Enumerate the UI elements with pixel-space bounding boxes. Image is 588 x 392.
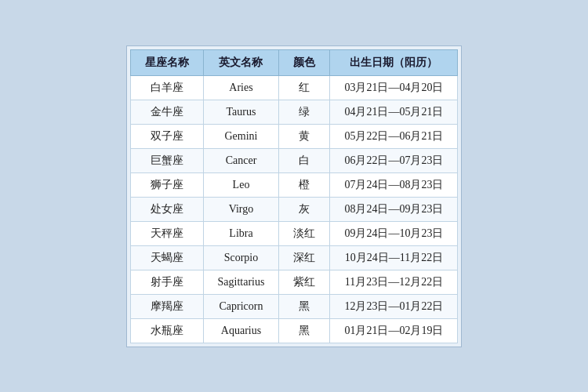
table-row: 摩羯座Capricorn黑12月23日—01月22日 [130, 294, 458, 318]
cell-dates: 04月21日—05月21日 [330, 100, 458, 124]
cell-color: 淡红 [279, 221, 330, 245]
cell-dates: 03月21日—04月20日 [330, 75, 458, 100]
cell-dates: 09月24日—10月23日 [330, 221, 458, 245]
cell-color: 紫红 [279, 270, 330, 294]
cell-chinese: 巨蟹座 [130, 148, 203, 172]
cell-dates: 11月23日—12月22日 [330, 270, 458, 294]
cell-chinese: 狮子座 [130, 172, 203, 197]
cell-dates: 05月22日—06月21日 [330, 124, 458, 148]
cell-chinese: 金牛座 [130, 100, 203, 124]
cell-chinese: 处女座 [130, 197, 203, 221]
table-row: 白羊座Aries红03月21日—04月20日 [130, 75, 458, 100]
table-row: 水瓶座Aquarius黑01月21日—02月19日 [130, 318, 458, 343]
cell-color: 黑 [279, 318, 330, 343]
cell-color: 白 [279, 148, 330, 172]
cell-chinese: 白羊座 [130, 75, 203, 100]
cell-color: 灰 [279, 197, 330, 221]
cell-dates: 01月21日—02月19日 [330, 318, 458, 343]
cell-color: 黄 [279, 124, 330, 148]
cell-chinese: 天蝎座 [130, 245, 203, 270]
col-header-chinese: 星座名称 [130, 49, 203, 75]
cell-chinese: 水瓶座 [130, 318, 203, 343]
table-row: 天秤座Libra淡红09月24日—10月23日 [130, 221, 458, 245]
cell-english: Taurus [203, 100, 279, 124]
cell-chinese: 摩羯座 [130, 294, 203, 318]
zodiac-table-container: 星座名称 英文名称 颜色 出生日期（阳历） 白羊座Aries红03月21日—04… [126, 45, 463, 347]
cell-chinese: 射手座 [130, 270, 203, 294]
cell-color: 红 [279, 75, 330, 100]
col-header-dates: 出生日期（阳历） [330, 49, 458, 75]
cell-english: Aquarius [203, 318, 279, 343]
cell-english: Aries [203, 75, 279, 100]
table-row: 天蝎座Scorpio深红10月24日—11月22日 [130, 245, 458, 270]
table-row: 射手座Sagittarius紫红11月23日—12月22日 [130, 270, 458, 294]
cell-english: Leo [203, 172, 279, 197]
cell-english: Sagittarius [203, 270, 279, 294]
cell-english: Capricorn [203, 294, 279, 318]
table-row: 巨蟹座Cancer白06月22日—07月23日 [130, 148, 458, 172]
cell-color: 深红 [279, 245, 330, 270]
zodiac-table: 星座名称 英文名称 颜色 出生日期（阳历） 白羊座Aries红03月21日—04… [130, 49, 459, 343]
cell-dates: 07月24日—08月23日 [330, 172, 458, 197]
cell-chinese: 双子座 [130, 124, 203, 148]
cell-dates: 10月24日—11月22日 [330, 245, 458, 270]
cell-english: Gemini [203, 124, 279, 148]
cell-english: Libra [203, 221, 279, 245]
cell-english: Virgo [203, 197, 279, 221]
cell-color: 橙 [279, 172, 330, 197]
col-header-english: 英文名称 [203, 49, 279, 75]
table-row: 金牛座Taurus绿04月21日—05月21日 [130, 100, 458, 124]
cell-english: Cancer [203, 148, 279, 172]
cell-color: 黑 [279, 294, 330, 318]
cell-dates: 12月23日—01月22日 [330, 294, 458, 318]
cell-dates: 06月22日—07月23日 [330, 148, 458, 172]
cell-chinese: 天秤座 [130, 221, 203, 245]
table-row: 双子座Gemini黄05月22日—06月21日 [130, 124, 458, 148]
table-header-row: 星座名称 英文名称 颜色 出生日期（阳历） [130, 49, 458, 75]
cell-dates: 08月24日—09月23日 [330, 197, 458, 221]
col-header-color: 颜色 [279, 49, 330, 75]
cell-english: Scorpio [203, 245, 279, 270]
cell-color: 绿 [279, 100, 330, 124]
table-row: 处女座Virgo灰08月24日—09月23日 [130, 197, 458, 221]
table-row: 狮子座Leo橙07月24日—08月23日 [130, 172, 458, 197]
